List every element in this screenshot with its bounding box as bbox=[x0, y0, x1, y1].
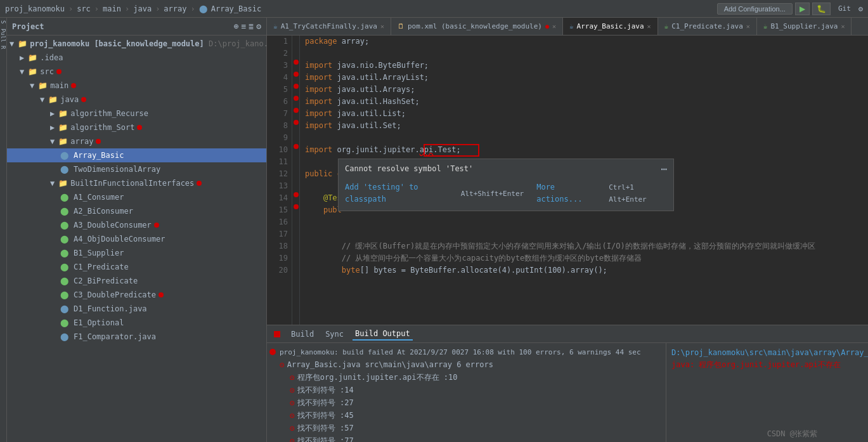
tab-pom-close[interactable]: ✕ bbox=[552, 23, 556, 30]
settings-icon[interactable]: ⚙ bbox=[858, 4, 863, 13]
breadcrumb-src: src bbox=[77, 4, 91, 13]
error-marker-4 bbox=[294, 72, 299, 77]
locate-icon[interactable]: ⊕ bbox=[234, 22, 239, 31]
error-dot bbox=[56, 69, 62, 74]
tree-a1-consumer[interactable]: ⬤ A1_Consumer bbox=[7, 190, 266, 204]
tooltip-actions: Add 'testing' to classpath Alt+Shift+Ent… bbox=[339, 179, 673, 211]
tree-idea[interactable]: ▶ 📁 .idea bbox=[7, 51, 266, 65]
tree-c2-bipredicate[interactable]: ⬤ C2_BiPredicate bbox=[7, 274, 266, 288]
tooltip-action1[interactable]: Add 'testing' to classpath bbox=[345, 181, 448, 205]
error-marker-3 bbox=[294, 60, 299, 65]
tab-a1-label: A1_TryCatchFinally.java bbox=[281, 22, 377, 30]
structure-icon: S bbox=[0, 20, 6, 23]
tab-array-basic[interactable]: ☕ Array_Basic.java ✕ bbox=[563, 18, 658, 35]
e1-optional-label: E1_Optional bbox=[74, 318, 124, 327]
tree-d1-function[interactable]: ⬤ D1_Function.java bbox=[7, 302, 266, 316]
err-77-icon: ⊝ bbox=[290, 436, 295, 443]
build-error-77[interactable]: ⊝ 找不到符号 :77 bbox=[267, 434, 666, 442]
recurse-folder-icon: 📁 bbox=[58, 109, 68, 118]
built-in-label: BuiltInFunctionalInterfaces bbox=[70, 179, 194, 188]
c2-bipredicate-label: C2_BiPredicate bbox=[74, 276, 138, 285]
watermark: CSDN @张紫紫 bbox=[767, 429, 817, 439]
tooltip-action2[interactable]: More actions... bbox=[536, 181, 596, 205]
collapse-icon[interactable]: ≡ bbox=[242, 22, 247, 31]
build-right-panel: D:\proj_kanomoku\src\main\java\array\Arr… bbox=[666, 343, 868, 442]
build-stop-icon[interactable]: ⏹ bbox=[272, 328, 282, 340]
recurse-label: algorithm_Recurse bbox=[70, 109, 148, 118]
build-error-14[interactable]: ⊝ 找不到符号 :14 bbox=[267, 384, 666, 396]
editor-with-build: 12345 678910 1112131415 1617181920 bbox=[267, 36, 868, 442]
settings-gear-icon[interactable]: ⚙ bbox=[256, 22, 261, 31]
tooltip-header: Cannot resolve symbol 'Test' ⋯ bbox=[339, 159, 673, 179]
tree-array[interactable]: ▼ 📁 array bbox=[7, 134, 266, 148]
code-line-4: import java.util.ArrayList; bbox=[305, 72, 868, 84]
err-27-label: 找不到符号 :27 bbox=[297, 398, 354, 408]
build-content: proj_kanomoku: build failed At 2021/9/27… bbox=[267, 343, 868, 442]
tree-built-in[interactable]: ▼ 📁 BuiltInFunctionalInterfaces bbox=[7, 176, 266, 190]
tab-b1-supplier[interactable]: ☕ B1_Supplier.java ✕ bbox=[757, 18, 852, 35]
build-error-45[interactable]: ⊝ 找不到符号 :45 bbox=[267, 409, 666, 422]
build-error-27[interactable]: ⊝ 找不到符号 :27 bbox=[267, 396, 666, 409]
tab-c1-close[interactable]: ✕ bbox=[746, 23, 750, 30]
build-tab-output[interactable]: Build Output bbox=[353, 328, 413, 341]
project-title: Project bbox=[12, 22, 44, 31]
tooltip-shortcut2: Ctrl+1 Alt+Enter bbox=[609, 181, 667, 205]
tree-algorithm-sort[interactable]: ▶ 📁 algorithm_Sort bbox=[7, 120, 266, 134]
file-tree: ▼ 📁 proj_kanomoku [basic_knowledge_modul… bbox=[7, 36, 266, 442]
tab-b1-close[interactable]: ✕ bbox=[841, 23, 845, 30]
array-basic-error-icon: ⊝ bbox=[280, 360, 285, 370]
code-area[interactable]: package array; import java.nio.ByteBuffe… bbox=[300, 36, 868, 325]
breadcrumb-file: ⬤ bbox=[199, 4, 207, 13]
tree-b1-supplier[interactable]: ⬤ B1_Supplier bbox=[7, 246, 266, 260]
idea-folder-icon: 📁 bbox=[28, 53, 37, 62]
tab-array-close[interactable]: ✕ bbox=[647, 23, 651, 30]
two-dim-label: TwoDimensionalArray bbox=[74, 165, 160, 174]
code-line-18: // 缓冲区(Buffer)就是在内存中预留指定大小的存储空间用来对输入/输出(… bbox=[305, 240, 868, 252]
tree-java[interactable]: ▼ 📁 java bbox=[7, 93, 266, 107]
build-summary-item[interactable]: proj_kanomoku: build failed At 2021/9/27… bbox=[267, 346, 666, 358]
tree-root[interactable]: ▼ 📁 proj_kanomoku [basic_knowledge_modul… bbox=[7, 37, 266, 51]
build-error-57[interactable]: ⊝ 找不到符号 :57 bbox=[267, 422, 666, 434]
build-header: ⏹ Build Sync Build Output ✕ bbox=[267, 325, 868, 343]
debug-button[interactable]: 🐛 bbox=[812, 3, 831, 15]
err-14-icon: ⊝ bbox=[290, 386, 295, 395]
tree-f1-comparator[interactable]: ⬤ F1_Comparator.java bbox=[7, 330, 266, 344]
error-marker-15 bbox=[294, 204, 299, 209]
tree-c3-doublepredicate[interactable]: ⬤ C3_DoublePredicate bbox=[7, 288, 266, 302]
tooltip-menu-icon[interactable]: ⋯ bbox=[661, 163, 667, 175]
tree-a2-biconsumer[interactable]: ⬤ A2_BiConsumer bbox=[7, 204, 266, 218]
tree-two-dim[interactable]: ⬤ TwoDimensionalArray bbox=[7, 162, 266, 176]
tree-c1-predicate[interactable]: ⬤ C1_Predicate bbox=[7, 260, 266, 274]
tab-c1-predicate[interactable]: ☕ C1_Predicate.java ✕ bbox=[658, 18, 757, 35]
expand-icon[interactable]: ≣ bbox=[249, 22, 254, 31]
tab-pom[interactable]: 🗒 pom.xml (basic_knowledge_module) ● ✕ bbox=[391, 18, 563, 35]
tree-array-basic[interactable]: ⬤ Array_Basic bbox=[7, 148, 266, 162]
tree-a3-doubleconsumer[interactable]: ⬤ A3_DoubleConsumer bbox=[7, 218, 266, 232]
tree-algorithm-recurse[interactable]: ▶ 📁 algorithm_Recurse bbox=[7, 107, 266, 120]
tree-src[interactable]: ▼ 📁 src bbox=[7, 65, 266, 79]
err-57-icon: ⊝ bbox=[290, 424, 295, 433]
tab-b1-label: B1_Supplier.java bbox=[770, 22, 838, 30]
c3-error-dot bbox=[159, 292, 164, 297]
build-right-path[interactable]: D:\proj_kanomoku\src\main\java\array\Arr… bbox=[671, 348, 868, 357]
build-tab-sync[interactable]: Sync bbox=[323, 328, 346, 340]
line-numbers: 12345 678910 1112131415 1617181920 bbox=[267, 36, 292, 325]
code-line-1: package array; bbox=[305, 36, 868, 48]
tree-a4-objdoubleconsumer[interactable]: ⬤ A4_ObjDoubleConsumer bbox=[7, 232, 266, 246]
code-editor[interactable]: 12345 678910 1112131415 1617181920 bbox=[267, 36, 868, 325]
tab-a1-close[interactable]: ✕ bbox=[380, 23, 384, 30]
code-line-19: // 从堆空间中分配一个容量大小为capacity的byte数组作为缓冲区的by… bbox=[305, 252, 868, 264]
add-config-button[interactable]: Add Configuration... bbox=[717, 3, 793, 15]
build-tab-build[interactable]: Build bbox=[288, 328, 316, 340]
root-label: proj_kanomoku [basic_knowledge_module] D… bbox=[30, 39, 266, 48]
error-marker-14 bbox=[294, 192, 299, 197]
title-bar-actions: Add Configuration... ▶ 🐛 Git ⚙ bbox=[717, 3, 863, 15]
run-button[interactable]: ▶ bbox=[795, 3, 810, 15]
tab-a1-trycatch[interactable]: ☕ A1_TryCatchFinally.java ✕ bbox=[267, 18, 391, 35]
build-error-pkg[interactable]: ⊝ 程序包org.junit.jupiter.api不存在 :10 bbox=[267, 371, 666, 384]
tree-e1-optional[interactable]: ⬤ E1_Optional bbox=[7, 316, 266, 330]
sort-error-dot bbox=[137, 125, 142, 130]
code-line-10: import org.junit.jupiter.api.Test; bbox=[305, 144, 868, 156]
tree-main[interactable]: ▼ 📁 main bbox=[7, 79, 266, 93]
build-array-basic-item[interactable]: ⊝ Array_Basic.java src\main\java\array 6… bbox=[267, 358, 666, 371]
